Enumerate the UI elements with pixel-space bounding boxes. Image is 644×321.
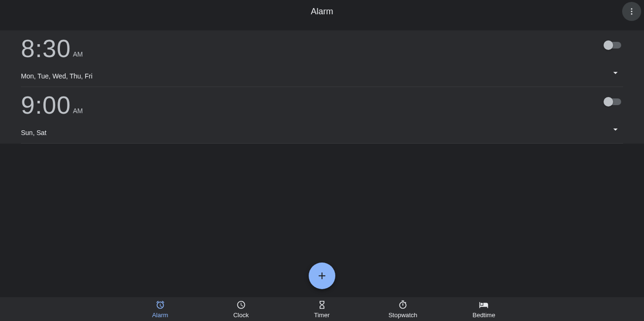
nav-tab-clock[interactable]: Clock — [227, 300, 255, 321]
alarm-toggle[interactable] — [605, 98, 621, 105]
nav-label: Bedtime — [472, 311, 495, 319]
bottom-nav: Alarm Clock Timer Stopwatch Bedtime — [0, 297, 644, 321]
clock-icon — [236, 300, 246, 310]
nav-tab-alarm[interactable]: Alarm — [146, 300, 175, 321]
expand-button[interactable] — [610, 67, 621, 78]
alarm-ampm: AM — [73, 50, 83, 58]
stopwatch-icon — [398, 300, 408, 310]
nav-tab-stopwatch[interactable]: Stopwatch — [389, 300, 418, 321]
nav-label: Alarm — [152, 311, 168, 319]
chevron-down-icon — [610, 68, 621, 78]
divider — [21, 143, 623, 144]
alarm-list: 8:30 AM Mon, Tue, Wed, Thu, Fri 9:00 AM … — [0, 30, 644, 144]
alarm-time: 8:30 — [21, 36, 71, 61]
more-options-button[interactable] — [622, 2, 641, 21]
toggle-knob — [604, 97, 613, 107]
nav-tab-timer[interactable]: Timer — [308, 300, 336, 321]
svg-point-0 — [631, 8, 633, 10]
alarm-time: 9:00 — [21, 93, 71, 117]
app-header: Alarm — [0, 0, 644, 30]
alarm-item[interactable]: 9:00 AM Sun, Sat — [0, 87, 644, 144]
alarm-days: Mon, Tue, Wed, Thu, Fri — [21, 72, 623, 80]
add-alarm-button[interactable] — [309, 263, 335, 289]
chevron-down-icon — [610, 124, 621, 135]
alarm-time-row[interactable]: 9:00 AM — [21, 93, 623, 117]
alarm-item[interactable]: 8:30 AM Mon, Tue, Wed, Thu, Fri — [0, 30, 644, 87]
more-vert-icon — [627, 7, 636, 16]
bed-icon — [479, 300, 488, 310]
page-title: Alarm — [311, 7, 333, 17]
alarm-icon — [156, 300, 165, 310]
alarm-days: Sun, Sat — [21, 129, 623, 136]
plus-icon — [316, 270, 328, 282]
nav-label: Stopwatch — [389, 311, 418, 319]
nav-tab-bedtime[interactable]: Bedtime — [469, 300, 498, 321]
alarm-toggle[interactable] — [605, 42, 621, 49]
toggle-knob — [604, 40, 613, 50]
svg-point-1 — [631, 11, 633, 12]
nav-label: Timer — [314, 311, 330, 319]
expand-button[interactable] — [610, 124, 621, 135]
svg-point-2 — [631, 13, 633, 15]
hourglass-icon — [317, 300, 327, 310]
nav-label: Clock — [233, 311, 249, 319]
alarm-time-row[interactable]: 8:30 AM — [21, 36, 623, 61]
alarm-ampm: AM — [73, 107, 83, 115]
